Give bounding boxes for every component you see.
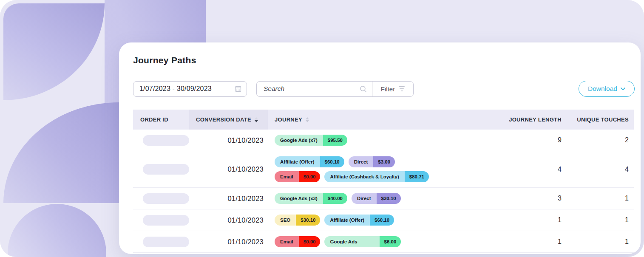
touchpoint-label: Affiliate (Offer) xyxy=(275,156,320,167)
journey-length-cell: 9 xyxy=(502,136,562,144)
touchpoint-value-badge: $30.10 xyxy=(377,193,401,204)
touchpoint-label: SEO xyxy=(275,215,296,226)
date-range-input[interactable]: 1/07/2023 - 30/09/2023 xyxy=(133,81,247,97)
touchpoint-label: Direct xyxy=(349,156,374,167)
journey-touchpoint-chip: Affiliate (Offer)$60.10 xyxy=(324,215,394,226)
column-header-label: ORDER ID xyxy=(140,116,168,123)
conversion-date-cell: 01/10/2023 xyxy=(189,136,268,144)
table-row: 01/10/2023Google Ads (x7)$95.5092 xyxy=(133,130,634,151)
table-body: 01/10/2023Google Ads (x7)$95.509201/10/2… xyxy=(133,130,634,253)
touchpoint-value-badge: $40.00 xyxy=(323,193,347,204)
order-id-placeholder-pill xyxy=(143,215,189,226)
order-id-placeholder-pill xyxy=(143,135,189,146)
conversion-date-cell: 01/10/2023 xyxy=(189,238,268,246)
table-row: 01/10/2023Affiliate (Offer)$60.10Direct$… xyxy=(133,151,634,188)
filter-icon xyxy=(399,86,405,91)
touchpoint-value-badge: $60.10 xyxy=(370,215,394,226)
search-input[interactable] xyxy=(258,85,360,93)
column-header-label: CONVERSION DATE xyxy=(196,116,251,123)
column-header-unique-touches: UNIQUE TOUCHES xyxy=(562,110,634,130)
journey-touchpoint-chip: Email$0.00 xyxy=(275,171,320,182)
table-row: 01/10/2023Google Ads (x3)$40.00Direct$30… xyxy=(133,188,634,209)
journey-paths-card: Journey Paths 1/07/2023 - 30/09/2023 xyxy=(119,42,641,254)
journey-touchpoint-chip: Google Ads (x3)$40.00 xyxy=(275,193,347,204)
journey-length-cell: 1 xyxy=(502,216,562,224)
journey-chip-lines: Google Ads (x3)$40.00Direct$30.10 xyxy=(275,193,401,204)
touchpoint-value-badge: $80.71 xyxy=(405,171,429,182)
touchpoint-label: Google Ads xyxy=(324,236,379,247)
touchpoint-value-badge: $0.00 xyxy=(299,171,321,182)
journey-touchpoint-chip: Google Ads (x7)$95.50 xyxy=(275,135,347,146)
order-id-placeholder-pill xyxy=(143,164,189,175)
decorative-quarter-circle-top-left xyxy=(3,3,105,100)
conversion-date-cell: 01/10/2023 xyxy=(189,216,268,224)
order-id-placeholder-pill xyxy=(143,237,189,247)
sort-icon xyxy=(306,117,309,122)
sort-icon xyxy=(255,117,258,122)
column-header-label: JOURNEY LENGTH xyxy=(509,116,562,123)
touchpoint-label: Affiliate (Cashback & Loyalty) xyxy=(324,171,404,182)
journey-length-cell: 3 xyxy=(502,195,562,202)
page-title: Journey Paths xyxy=(133,55,196,65)
journey-chip-line: Google Ads (x3)$40.00Direct$30.10 xyxy=(275,193,401,204)
touchpoint-label: Google Ads (x3) xyxy=(275,193,323,204)
touchpoint-value-badge: $60.10 xyxy=(320,156,344,167)
table-row: 01/10/2023Email$0.00Google Ads$6.0011 xyxy=(133,231,634,253)
touchpoint-label: Affiliate (Offer) xyxy=(324,215,370,226)
journey-length-cell: 1 xyxy=(502,238,562,246)
unique-touches-cell: 1 xyxy=(562,216,634,224)
touchpoint-value-badge: $3.00 xyxy=(373,156,395,167)
journey-cell: Google Ads (x3)$40.00Direct$30.10 xyxy=(268,193,502,204)
filter-button[interactable]: Filter xyxy=(372,82,413,96)
conversion-date-cell: 01/10/2023 xyxy=(189,165,268,173)
journey-touchpoint-chip: Affiliate (Cashback & Loyalty)$80.71 xyxy=(324,171,429,182)
column-header-journey-length: JOURNEY LENGTH xyxy=(502,110,562,130)
journey-chip-lines: SEO$30.10Affiliate (Offer)$60.10 xyxy=(275,215,394,226)
journey-chip-lines: Affiliate (Offer)$60.10Direct$3.00Email$… xyxy=(275,156,429,182)
order-id-cell xyxy=(133,193,189,204)
journey-paths-table: ORDER IDCONVERSION DATEJOURNEYJOURNEY LE… xyxy=(133,110,634,253)
column-header-journey[interactable]: JOURNEY xyxy=(268,110,502,130)
touchpoint-label: Google Ads (x7) xyxy=(275,135,323,146)
download-button-label: Download xyxy=(588,85,617,93)
journey-length-cell: 4 xyxy=(502,166,562,173)
order-id-cell xyxy=(133,164,189,175)
touchpoint-value-badge: $0.00 xyxy=(299,236,321,247)
touchpoint-value-badge: $95.50 xyxy=(323,135,347,146)
journey-chip-lines: Google Ads (x7)$95.50 xyxy=(275,135,347,146)
decorative-dome-bottom xyxy=(8,204,106,257)
table-row: 01/10/2023SEO$30.10Affiliate (Offer)$60.… xyxy=(133,209,634,231)
journey-chip-line: SEO$30.10Affiliate (Offer)$60.10 xyxy=(275,215,394,226)
column-header-label: UNIQUE TOUCHES xyxy=(577,116,629,123)
search-filter-group: Filter xyxy=(256,81,414,97)
chevron-down-icon xyxy=(621,88,625,90)
journey-chip-lines: Email$0.00Google Ads$6.00 xyxy=(275,236,401,247)
touchpoint-value-badge: $6.00 xyxy=(380,236,401,247)
unique-touches-cell: 1 xyxy=(562,195,634,202)
journey-touchpoint-chip: Affiliate (Offer)$60.10 xyxy=(275,156,344,167)
decorative-quarter-circle-middle xyxy=(3,102,119,203)
touchpoint-label: Email xyxy=(275,171,299,182)
journey-chip-line: Email$0.00Affiliate (Cashback & Loyalty)… xyxy=(275,171,429,182)
journey-cell: SEO$30.10Affiliate (Offer)$60.10 xyxy=(268,215,502,226)
controls-row: 1/07/2023 - 30/09/2023 xyxy=(133,81,635,97)
touchpoint-label: Direct xyxy=(352,193,377,204)
calendar-icon xyxy=(235,85,241,92)
journey-touchpoint-chip: SEO$30.10 xyxy=(275,215,320,226)
journey-cell: Email$0.00Google Ads$6.00 xyxy=(268,236,502,247)
download-button[interactable]: Download xyxy=(579,81,635,97)
page-background: Journey Paths 1/07/2023 - 30/09/2023 xyxy=(0,0,644,257)
unique-touches-cell: 2 xyxy=(562,136,634,144)
order-id-cell xyxy=(133,135,189,146)
journey-chip-line: Affiliate (Offer)$60.10Direct$3.00 xyxy=(275,156,429,167)
filter-button-label: Filter xyxy=(381,85,395,93)
conversion-date-cell: 01/10/2023 xyxy=(189,195,268,203)
column-header-label: JOURNEY xyxy=(275,116,302,123)
order-id-cell xyxy=(133,215,189,226)
column-header-conversion-date[interactable]: CONVERSION DATE xyxy=(189,110,268,130)
table-header-row: ORDER IDCONVERSION DATEJOURNEYJOURNEY LE… xyxy=(133,110,634,130)
journey-touchpoint-chip: Google Ads$6.00 xyxy=(324,236,401,247)
order-id-cell xyxy=(133,237,189,247)
touchpoint-label: Email xyxy=(275,236,299,247)
journey-touchpoint-chip: Email$0.00 xyxy=(275,236,320,247)
